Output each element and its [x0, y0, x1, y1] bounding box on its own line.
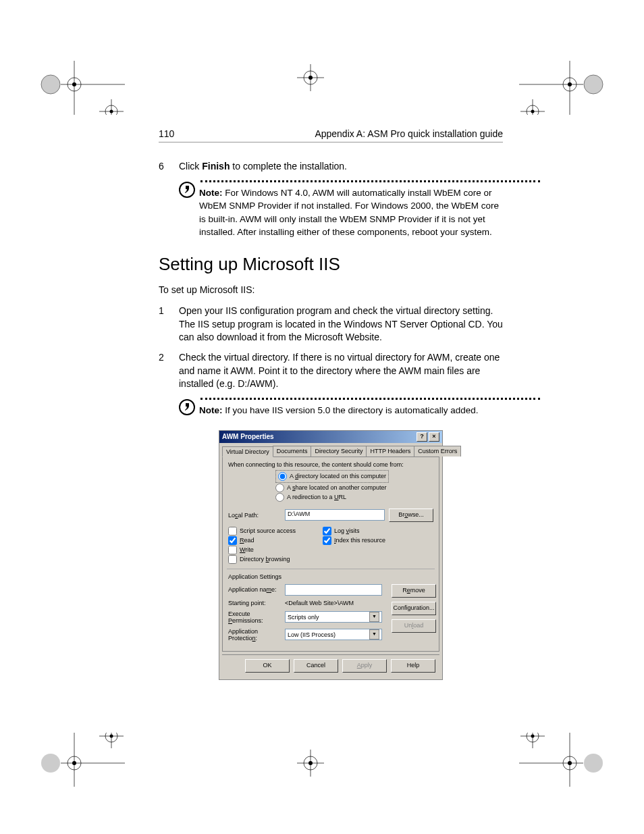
close-button[interactable]: × [429, 432, 439, 442]
dialog-button-row: OK Cancel Apply Help [222, 654, 439, 677]
svg-point-29 [584, 754, 603, 773]
section-heading: Setting up Microsoft IIS [159, 254, 503, 275]
chk-directory-browsing[interactable]: Directory browsing [228, 555, 296, 564]
crop-mark-icon [297, 750, 324, 777]
starting-point-label: Starting point: [228, 600, 281, 606]
remove-button[interactable]: Remove [392, 584, 436, 598]
connect-label: When connecting to this resource, the co… [228, 461, 433, 468]
ok-button[interactable]: OK [245, 659, 290, 673]
svg-point-45 [308, 761, 313, 765]
unload-button[interactable]: Unload [392, 619, 436, 633]
svg-point-37 [531, 735, 535, 738]
step-text: Click Finish to complete the installatio… [179, 160, 503, 174]
svg-point-5 [72, 82, 76, 86]
svg-point-41 [308, 76, 313, 80]
dialog-tabs: Virtual Directory Documents Directory Se… [219, 443, 442, 457]
step-6: 6 Click Finish to complete the installat… [159, 160, 503, 174]
svg-point-9 [110, 110, 113, 113]
crop-mark-icon [519, 61, 607, 115]
chk-log-visits[interactable]: Log visits [323, 527, 385, 536]
svg-point-24 [72, 761, 76, 765]
step-1: 1 Open your IIS configuration program an… [159, 305, 503, 344]
dialog-title: AWM Properties [222, 433, 274, 440]
configuration-button[interactable]: Configuration... [392, 602, 436, 615]
dialog-help-button[interactable]: Help [391, 659, 435, 673]
browse-button[interactable]: Browse... [389, 509, 433, 522]
crop-mark-icon [37, 61, 125, 115]
svg-point-33 [568, 761, 572, 765]
page-header: 110 Appendix A: ASM Pro quick installati… [159, 128, 503, 142]
application-protection-label: Application Protection: [228, 628, 281, 642]
chk-read[interactable]: Read [228, 536, 296, 545]
page-number: 110 [159, 128, 174, 139]
starting-point-value: <Default Web Site>\AWM [285, 600, 354, 606]
execute-permissions-label: Execute Permissions: [228, 610, 281, 624]
step-number: 1 [159, 305, 179, 344]
dialog-panel: When connecting to this resource, the co… [222, 457, 439, 652]
note-divider [200, 398, 540, 400]
cancel-button[interactable]: Cancel [294, 659, 338, 673]
chk-write[interactable]: Write [228, 546, 296, 554]
intro-paragraph: To set up Microsoft IIS: [159, 283, 503, 296]
tab-directory-security[interactable]: Directory Security [311, 446, 367, 457]
svg-point-11 [584, 75, 603, 94]
step-text: Check the virtual directory. If there is… [179, 351, 503, 391]
application-name-label: Application name: [228, 586, 281, 593]
tab-http-headers[interactable]: HTTP Headers [366, 446, 414, 457]
step-number: 2 [159, 351, 179, 391]
note-text: Note: For Windows NT 4.0, AWM will autom… [199, 186, 503, 239]
application-name-input[interactable] [285, 584, 382, 596]
radio-redirection-url[interactable]: A redirection to a URL [275, 493, 433, 502]
local-path-label: Local Path: [228, 512, 281, 519]
svg-point-19 [531, 110, 535, 113]
radio-share-another-computer[interactable]: A share located on another computer [275, 484, 433, 492]
crop-mark-icon [37, 733, 125, 787]
note-block-2: Note: If you have IIS version 5.0 the di… [179, 398, 503, 418]
help-button[interactable]: ? [417, 432, 427, 442]
execute-permissions-select[interactable]: Scripts only ▼ [285, 611, 382, 623]
running-head: Appendix A: ASM Pro quick installation g… [315, 128, 503, 139]
svg-point-15 [568, 82, 572, 86]
crop-mark-icon [297, 64, 324, 91]
chevron-down-icon: ▼ [369, 612, 379, 622]
local-path-input[interactable]: D:\AWM [285, 509, 385, 521]
note-icon [179, 180, 199, 239]
svg-point-20 [41, 754, 60, 773]
chevron-down-icon: ▼ [369, 629, 379, 640]
awm-properties-dialog: AWM Properties ? × Virtual Directory Doc… [219, 430, 443, 680]
apply-button[interactable]: Apply [342, 659, 387, 673]
crop-mark-icon [519, 733, 607, 787]
chk-index-resource[interactable]: Index this resource [323, 536, 385, 545]
note-block-1: Note: For Windows NT 4.0, AWM will autom… [179, 180, 503, 239]
tab-custom-errors[interactable]: Custom Errors [414, 446, 461, 457]
step-text: Open your IIS configuration program and … [179, 305, 503, 344]
note-icon [179, 398, 199, 418]
svg-point-1 [41, 75, 60, 94]
step-2: 2 Check the virtual directory. If there … [159, 351, 503, 391]
radio-directory-this-computer[interactable]: A directory located on this computer [278, 472, 386, 481]
note-divider [200, 180, 540, 182]
application-settings-label: Application Settings [228, 573, 433, 580]
step-number: 6 [159, 160, 179, 174]
svg-point-28 [110, 735, 113, 738]
page-content: 110 Appendix A: ASM Pro quick installati… [159, 128, 503, 680]
dialog-titlebar[interactable]: AWM Properties ? × [219, 431, 442, 443]
tab-documents[interactable]: Documents [273, 446, 312, 457]
note-text: Note: If you have IIS version 5.0 the di… [199, 404, 503, 417]
application-protection-select[interactable]: Low (IIS Process) ▼ [285, 629, 382, 640]
tab-virtual-directory[interactable]: Virtual Directory [222, 446, 273, 457]
chk-script-source-access[interactable]: Script source access [228, 527, 296, 536]
